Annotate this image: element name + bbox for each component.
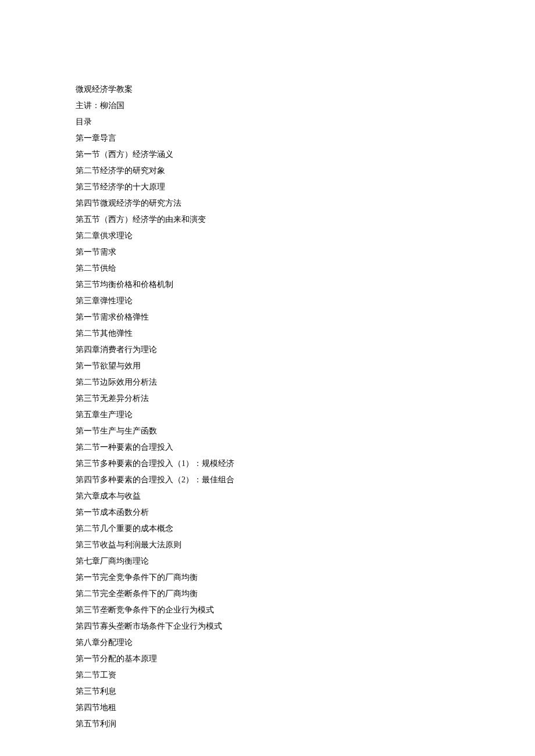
text-line: 第二节完全垄断条件下的厂商均衡: [76, 586, 459, 602]
text-line: 第四节地租: [76, 700, 459, 716]
text-line: 第四节多种要素的合理投入（2）：最佳组合: [76, 472, 459, 488]
text-line: 第三节均衡价格和价格机制: [76, 277, 459, 293]
text-line: 第三节收益与利润最大法原则: [76, 537, 459, 553]
text-line: 微观经济学教案: [76, 81, 459, 98]
text-line: 第二节几个重要的成本概念: [76, 521, 459, 537]
text-line: 第二节工资: [76, 667, 459, 683]
text-line: 第七章厂商均衡理论: [76, 553, 459, 569]
text-line: 第五节（西方）经济学的由来和演变: [76, 212, 459, 228]
text-line: 第三节多种要素的合理投入（1）：规模经济: [76, 456, 459, 472]
text-line: 第一节完全竞争条件下的厂商均衡: [76, 569, 459, 586]
text-line: 第三章弹性理论: [76, 293, 459, 309]
text-line: 第一节生产与生产函数: [76, 423, 459, 439]
text-line: 第三节无差异分析法: [76, 390, 459, 407]
text-line: 第二章供求理论: [76, 228, 459, 244]
text-line: 第三节垄断竞争条件下的企业行为模式: [76, 602, 459, 618]
text-line: 第一节欲望与效用: [76, 358, 459, 374]
text-line: 第二节一种要素的合理投入: [76, 439, 459, 456]
text-line: 第一章导言: [76, 130, 459, 146]
text-line: 第四节寡头垄断市场条件下企业行为模式: [76, 618, 459, 635]
text-line: 第五节利润: [76, 716, 459, 732]
text-line: 主讲：柳治国: [76, 98, 459, 114]
text-line: 第四节微观经济学的研究方法: [76, 195, 459, 212]
text-line: 第四章消费者行为理论: [76, 342, 459, 358]
text-line: 第六章成本与收益: [76, 488, 459, 504]
text-line: 第二节边际效用分析法: [76, 374, 459, 390]
text-line: 第一节分配的基本原理: [76, 651, 459, 667]
text-line: 第二节供给: [76, 260, 459, 277]
text-line: 第一节需求: [76, 244, 459, 260]
text-line: 第一节（西方）经济学涵义: [76, 146, 459, 163]
text-line: 目录: [76, 114, 459, 130]
text-line: 第三节利息: [76, 683, 459, 700]
text-line: 第一节需求价格弹性: [76, 309, 459, 325]
text-line: 第八章分配理论: [76, 635, 459, 651]
document-content: 微观经济学教案 主讲：柳治国 目录 第一章导言 第一节（西方）经济学涵义 第二节…: [76, 81, 459, 732]
text-line: 第五章生产理论: [76, 407, 459, 423]
text-line: 第二节经济学的研究对象: [76, 163, 459, 179]
text-line: 第三节经济学的十大原理: [76, 179, 459, 195]
text-line: 第一节成本函数分析: [76, 504, 459, 521]
text-line: 第二节其他弹性: [76, 325, 459, 342]
